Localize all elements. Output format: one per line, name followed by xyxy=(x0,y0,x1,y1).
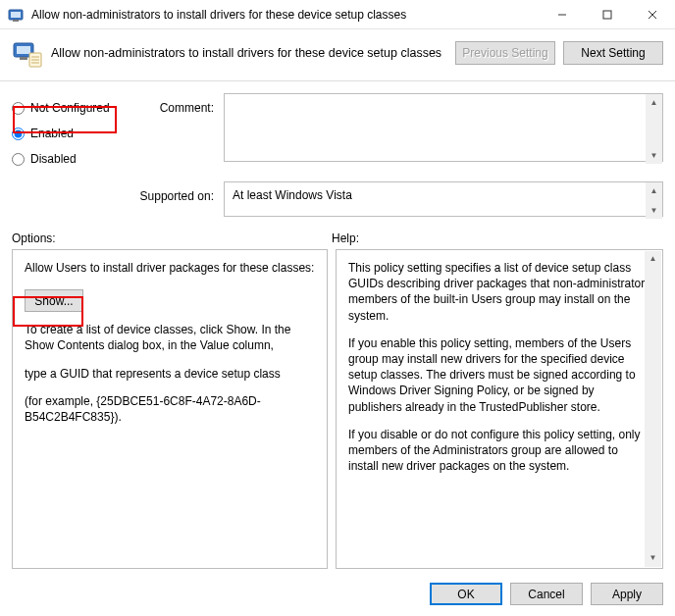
maximize-button[interactable] xyxy=(585,0,630,29)
svg-rect-4 xyxy=(603,11,611,19)
header: Allow non-administrators to install driv… xyxy=(0,29,675,80)
svg-rect-9 xyxy=(20,57,27,60)
supported-label: Supported on: xyxy=(137,183,214,209)
options-line3: type a GUID that represents a device set… xyxy=(25,366,315,382)
titlebar: Allow non-administrators to install driv… xyxy=(0,0,675,29)
options-line4: (for example, {25DBCE51-6C8F-4A72-8A6D-B… xyxy=(25,393,315,425)
scroll-down-icon[interactable]: ▼ xyxy=(645,550,661,567)
next-setting-button[interactable]: Next Setting xyxy=(563,41,663,65)
scroll-down-icon[interactable]: ▼ xyxy=(646,202,662,219)
help-panel: This policy setting specifies a list of … xyxy=(336,249,663,569)
scroll-up-icon[interactable]: ▲ xyxy=(646,182,662,199)
svg-rect-8 xyxy=(17,46,30,54)
radio-label: Disabled xyxy=(30,152,77,166)
scroll-up-icon[interactable]: ▲ xyxy=(645,251,661,268)
comment-label: Comment: xyxy=(137,95,214,121)
radio-label: Not Configured xyxy=(30,101,110,115)
radio-label: Enabled xyxy=(30,127,74,140)
config-area: Not Configured Enabled Disabled Comment:… xyxy=(0,89,675,172)
help-p2: If you enable this policy setting, membe… xyxy=(348,335,650,415)
radio-disabled[interactable]: Disabled xyxy=(12,146,137,172)
radio-not-configured[interactable]: Not Configured xyxy=(12,95,137,121)
minimize-button[interactable] xyxy=(540,0,585,29)
scrollbar[interactable]: ▲ ▼ xyxy=(645,251,661,567)
panels-header: Options: Help: xyxy=(0,220,675,249)
window-title: Allow non-administrators to install driv… xyxy=(31,8,540,22)
policy-large-icon xyxy=(12,37,43,69)
scrollbar[interactable]: ▲ ▼ xyxy=(646,94,662,164)
supported-textarea[interactable] xyxy=(224,181,663,217)
comment-textarea[interactable] xyxy=(224,93,663,162)
svg-rect-1 xyxy=(11,12,21,18)
show-button[interactable]: Show... xyxy=(25,289,83,312)
help-p1: This policy setting specifies a list of … xyxy=(348,260,650,324)
radio-enabled[interactable]: Enabled xyxy=(12,121,137,146)
ok-button[interactable]: OK xyxy=(430,583,502,605)
options-line2: To create a list of device classes, clic… xyxy=(25,322,315,353)
options-label: Options: xyxy=(12,231,332,245)
policy-icon xyxy=(8,7,24,23)
scroll-up-icon[interactable]: ▲ xyxy=(646,94,662,111)
apply-button[interactable]: Apply xyxy=(591,583,663,605)
options-line1: Allow Users to install driver packages f… xyxy=(25,260,315,276)
cancel-button[interactable]: Cancel xyxy=(510,583,583,605)
help-label: Help: xyxy=(332,231,663,245)
divider xyxy=(0,80,675,81)
help-p3: If you disable or do not configure this … xyxy=(348,427,650,475)
close-button[interactable] xyxy=(630,0,675,29)
options-panel: Allow Users to install driver packages f… xyxy=(12,249,328,569)
scroll-down-icon[interactable]: ▼ xyxy=(646,147,662,164)
panels: Allow Users to install driver packages f… xyxy=(0,249,675,575)
previous-setting-button[interactable]: Previous Setting xyxy=(455,41,555,65)
svg-rect-2 xyxy=(13,20,19,22)
header-title: Allow non-administrators to install driv… xyxy=(51,46,447,60)
footer: OK Cancel Apply xyxy=(0,575,675,605)
scrollbar[interactable]: ▲ ▼ xyxy=(646,182,662,219)
